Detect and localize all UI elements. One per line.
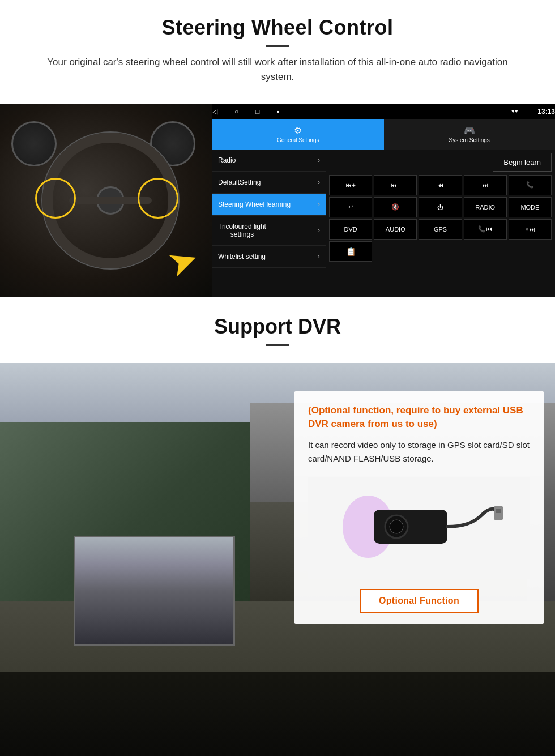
menu-item-tricolour-label: Tricoloured lightsettings xyxy=(218,223,266,238)
control-content-panel: Begin learn ⏮+ ⏮– ⏮ ⏭ 📞 ↩ 🔇 ⏻ RADIO xyxy=(326,150,555,297)
menu-item-radio-label: Radio xyxy=(218,156,236,164)
dvr-optional-text: (Optional function, require to buy exter… xyxy=(308,404,530,432)
title-divider xyxy=(266,45,289,47)
android-navbar: ◁ ○ □ ▪ ▾▾ 13:13 xyxy=(212,104,555,119)
section1-title-area: Steering Wheel Control Your original car… xyxy=(0,0,555,94)
svg-rect-5 xyxy=(496,509,501,513)
tab-system[interactable]: 🎮 System Settings xyxy=(384,119,556,150)
ctrl-phone-prev[interactable]: 📞⏮ xyxy=(464,219,507,240)
control-buttons-grid: ⏮+ ⏮– ⏮ ⏭ 📞 ↩ 🔇 ⏻ RADIO MODE DVD AUDIO xyxy=(329,175,552,262)
ctrl-cross-next[interactable]: ×⏭ xyxy=(509,219,552,240)
recent-nav-btn[interactable]: □ xyxy=(255,108,259,116)
dvr-section: Support DVR (Optional function, require … xyxy=(0,297,555,756)
ctrl-next-track[interactable]: ⏭ xyxy=(464,175,507,195)
svg-point-3 xyxy=(390,520,403,533)
chevron-icon: › xyxy=(318,253,320,260)
dvr-preview-inner xyxy=(75,537,233,644)
ctrl-extra[interactable]: 📋 xyxy=(329,241,372,262)
tab-general-label: General Settings xyxy=(277,137,319,143)
ctrl-prev-track[interactable]: ⏮ xyxy=(419,175,462,195)
section1-title: Steering Wheel Control xyxy=(23,16,532,40)
ctrl-mode[interactable]: MODE xyxy=(509,197,552,217)
highlight-circle-right xyxy=(138,178,178,219)
section1-subtitle: Your original car's steering wheel contr… xyxy=(34,55,521,85)
optional-function-button[interactable]: Optional Function xyxy=(360,589,479,613)
tab-system-label: System Settings xyxy=(449,137,490,143)
dvr-dashboard xyxy=(0,672,555,756)
ctrl-back[interactable]: ↩ xyxy=(329,197,372,217)
ctrl-vol-down[interactable]: ⏮– xyxy=(374,175,417,195)
dvr-camera-image xyxy=(308,477,530,579)
system-settings-icon: 🎮 xyxy=(464,125,475,136)
highlight-circle-left xyxy=(35,178,76,219)
dvr-desc-text: It can record video only to storage in G… xyxy=(308,438,530,465)
wifi-icon: ▾▾ xyxy=(511,108,518,115)
sw-ui-container: ➤ ◁ ○ □ ▪ ▾▾ 13:13 ⚙ General Settings xyxy=(0,104,555,297)
status-time: 13:13 xyxy=(537,108,555,116)
menu-item-radio[interactable]: Radio › xyxy=(212,150,326,172)
begin-learn-button[interactable]: Begin learn xyxy=(493,153,552,172)
ctrl-mute[interactable]: 🔇 xyxy=(374,197,417,217)
dvr-camera-svg xyxy=(334,481,504,572)
begin-learn-row: Begin learn xyxy=(329,153,552,172)
back-nav-btn[interactable]: ◁ xyxy=(212,108,217,116)
general-settings-icon: ⚙ xyxy=(294,125,302,136)
chevron-icon: › xyxy=(318,200,320,208)
gauge-left xyxy=(11,121,57,166)
android-panel: ◁ ○ □ ▪ ▾▾ 13:13 ⚙ General Settings 🎮 Sy… xyxy=(212,104,555,297)
android-tabs: ⚙ General Settings 🎮 System Settings xyxy=(212,119,555,150)
steering-wheel-photo: ➤ xyxy=(0,104,212,297)
ctrl-radio[interactable]: RADIO xyxy=(464,197,507,217)
ctrl-phone[interactable]: 📞 xyxy=(509,175,552,195)
home-nav-btn[interactable]: ○ xyxy=(234,108,238,116)
menu-item-steering[interactable]: Steering Wheel learning › xyxy=(212,194,326,216)
chevron-icon: › xyxy=(318,227,320,234)
dvr-title: Support DVR xyxy=(23,315,532,339)
android-body: Radio › DefaultSetting › Steering Wheel … xyxy=(212,150,555,297)
menu-item-whitelist-label: Whitelist setting xyxy=(218,253,266,260)
ctrl-audio[interactable]: AUDIO xyxy=(374,219,417,240)
menu-item-tricolour[interactable]: Tricoloured lightsettings › xyxy=(212,216,326,246)
dvr-background: (Optional function, require to buy exter… xyxy=(0,363,555,756)
steering-wheel-section: Steering Wheel Control Your original car… xyxy=(0,0,555,297)
cast-nav-btn[interactable]: ▪ xyxy=(277,108,279,116)
optional-function-btn-container: Optional Function xyxy=(308,589,530,613)
dvr-info-box: (Optional function, require to buy exter… xyxy=(294,391,544,624)
ctrl-gps[interactable]: GPS xyxy=(419,219,462,240)
ctrl-power[interactable]: ⏻ xyxy=(419,197,462,217)
menu-item-whitelist[interactable]: Whitelist setting › xyxy=(212,246,326,268)
dvr-title-area: Support DVR xyxy=(0,297,555,363)
chevron-icon: › xyxy=(318,156,320,164)
menu-item-steering-label: Steering Wheel learning xyxy=(218,200,291,208)
chevron-icon: › xyxy=(318,178,320,186)
menu-item-default-label: DefaultSetting xyxy=(218,178,261,186)
settings-menu: Radio › DefaultSetting › Steering Wheel … xyxy=(212,150,326,297)
ctrl-dvd[interactable]: DVD xyxy=(329,219,372,240)
tab-general[interactable]: ⚙ General Settings xyxy=(212,119,384,150)
dvr-title-divider xyxy=(266,344,289,346)
dvr-video-preview xyxy=(74,536,235,646)
menu-item-default[interactable]: DefaultSetting › xyxy=(212,172,326,194)
ctrl-vol-up[interactable]: ⏮+ xyxy=(329,175,372,195)
